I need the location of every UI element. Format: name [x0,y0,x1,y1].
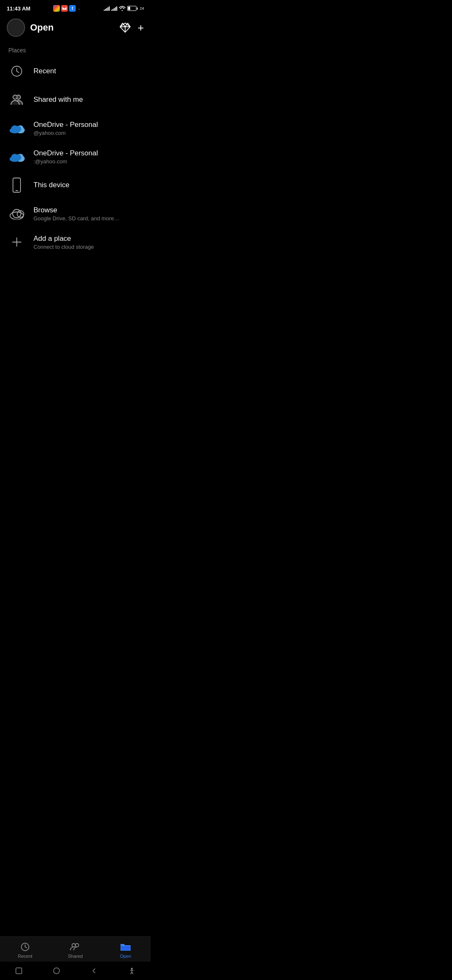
place-name-this-device: This device [33,181,142,189]
people-icon [8,91,25,108]
place-item-shared-with-me[interactable]: Shared with me [0,85,151,114]
notification-dot: · [78,4,80,13]
svg-point-9 [13,95,17,99]
gmail-icon [61,5,68,12]
place-item-onedrive-1[interactable]: OneDrive - Personal @yahoo.com [0,114,151,142]
battery-level: 24 [140,6,144,10]
diamond-button[interactable] [119,22,131,34]
phone-icon [8,177,25,193]
gsuite-icon [53,5,60,12]
app-notification-icons: f · [53,4,81,13]
place-sub-browse: Google Drive, SD card, and more… [33,215,142,222]
place-item-add-place[interactable]: Add a place Connect to cloud storage [0,228,151,256]
places-section-label: Places [0,40,151,57]
svg-point-19 [15,154,21,160]
place-item-this-device[interactable]: This device [0,171,151,199]
battery-icon [127,6,138,11]
header-actions: + [119,22,144,34]
clock-icon [8,63,25,80]
add-button[interactable]: + [138,22,144,33]
add-place-icon [8,234,25,250]
header: Open + [0,15,151,40]
place-name-browse: Browse [33,206,142,214]
place-sub-onedrive-2: :@yahoo.com [33,158,142,165]
place-name-add-place: Add a place [33,235,142,243]
onedrive-icon-2 [8,148,25,165]
status-time: 11:43 AM [7,5,31,12]
wifi-icon [119,6,126,11]
place-item-recent[interactable]: Recent [0,57,151,85]
place-item-browse[interactable]: Browse Google Drive, SD card, and more… [0,199,151,228]
onedrive-icon-1 [8,120,25,137]
svg-rect-20 [13,178,21,192]
status-bar: 11:43 AM f · [0,0,151,15]
svg-point-22 [10,212,23,219]
svg-point-14 [15,126,21,132]
place-name-recent: Recent [33,67,142,75]
place-sub-add-place: Connect to cloud storage [33,244,142,250]
signal-primary [104,6,110,11]
place-name-onedrive-2: OneDrive - Personal [33,149,142,157]
signal-secondary [111,6,117,11]
place-name-onedrive-1: OneDrive - Personal [33,121,142,129]
status-system-icons: 24 [104,6,144,11]
place-item-onedrive-2[interactable]: OneDrive - Personal :@yahoo.com [0,142,151,171]
page-title: Open [30,22,114,33]
cloud-browse-icon [8,205,25,222]
facebook-icon: f [69,5,76,12]
place-sub-onedrive-1: @yahoo.com [33,130,142,136]
place-name-shared-with-me: Shared with me [33,95,142,104]
avatar[interactable] [7,18,25,37]
